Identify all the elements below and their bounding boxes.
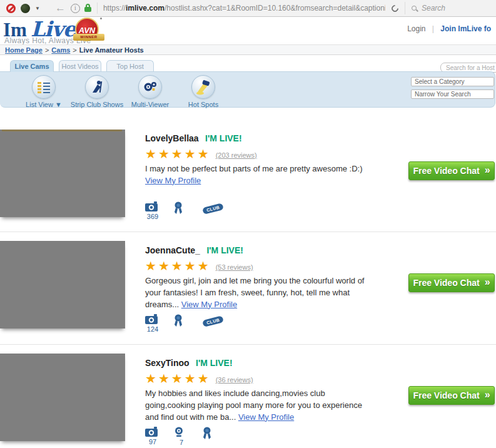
- live-status-label: I'M LIVE!: [206, 245, 243, 255]
- browser-window: ▼ ← i https://imlive.com/hostlist.ashx?c…: [0, 0, 496, 448]
- reviews-link[interactable]: (36 reviews): [216, 376, 253, 384]
- tab-top-host-arena[interactable]: Top Host Arena: [106, 60, 154, 72]
- category-select[interactable]: [411, 77, 494, 86]
- host-name[interactable]: JoennaCute_: [145, 245, 200, 255]
- hot-spots-button[interactable]: Hot Spots: [169, 75, 238, 108]
- site-header: ImLive.com Always Hot, Always Live AVN W…: [0, 17, 496, 44]
- https-lock-icon[interactable]: [84, 7, 91, 12]
- host-description: I may not be perfect but parts of me are…: [145, 163, 365, 187]
- award-ribbon-badge[interactable]: [174, 314, 189, 327]
- host-badges: 369 CLUB: [145, 201, 223, 220]
- breadcrumb-separator: >: [73, 46, 76, 54]
- video-count: 124: [145, 325, 160, 333]
- search-icon: [412, 6, 417, 11]
- video-count: 369: [145, 213, 160, 220]
- award-ribbon-badge[interactable]: [203, 427, 218, 440]
- extension-dropdown-caret[interactable]: ▼: [35, 6, 40, 11]
- account-separator: |: [432, 24, 434, 33]
- host-name[interactable]: LovelyBellaa: [145, 133, 199, 143]
- reviews-link[interactable]: (53 reviews): [216, 263, 253, 271]
- free-video-chat-button[interactable]: Free Video Chat »: [408, 386, 495, 405]
- host-description: My hobbies and likes include dancing,mov…: [145, 388, 365, 424]
- breadcrumb-home-link[interactable]: Home Page: [5, 46, 43, 54]
- host-thumbnail[interactable]: [0, 241, 125, 328]
- star-rating: ★★★★★: [145, 372, 211, 385]
- strip-club-shows-icon: [85, 75, 109, 99]
- club-badge-label: CLUB: [202, 203, 224, 215]
- host-card: LovelyBellaa I'M LIVE! ★★★★★ (203 review…: [145, 133, 370, 187]
- view-profile-link[interactable]: View My Profile: [238, 412, 294, 422]
- award-ribbon-badge[interactable]: [174, 201, 189, 215]
- breadcrumb-separator: >: [45, 46, 49, 54]
- avn-winner-badge: AVN WINNER: [75, 18, 103, 43]
- club-badge-label: CLUB: [202, 315, 224, 327]
- page-info-icon[interactable]: i: [71, 4, 80, 13]
- hot-spots-icon: [191, 75, 215, 99]
- host-badges: 124 CLUB: [145, 314, 223, 333]
- join-link[interactable]: Join ImLive fo: [440, 24, 491, 33]
- recorded-videos-badge[interactable]: 369: [145, 201, 160, 220]
- reviews-link[interactable]: (203 reviews): [216, 151, 257, 159]
- login-link[interactable]: Login: [407, 24, 425, 33]
- avn-badge-banner: WINNER: [73, 34, 104, 41]
- cta-label: Free Video Chat: [413, 390, 479, 400]
- browser-search-input[interactable]: [420, 3, 479, 13]
- webcam-count: 7: [174, 439, 189, 446]
- hot-spots-label: Hot Spots: [169, 101, 238, 108]
- recorded-videos-badge[interactable]: 97: [145, 427, 160, 445]
- live-status-label: I'M LIVE!: [205, 133, 242, 143]
- recorded-videos-badge[interactable]: 124: [145, 314, 160, 333]
- cta-label: Free Video Chat: [413, 278, 479, 288]
- tab-live-cams[interactable]: Live Cams: [10, 60, 54, 72]
- list-view-icon: [32, 75, 56, 99]
- url-path: /hostlist.ashx?cat=1&RoomID=10.160&froms…: [164, 4, 385, 13]
- chevron-right-icon: »: [485, 277, 490, 287]
- adblock-extension-icon[interactable]: [6, 4, 16, 13]
- browser-search-box[interactable]: [405, 2, 496, 14]
- host-description: Gorgeous girl, join and let me bring you…: [145, 275, 365, 311]
- club-badge[interactable]: CLUB: [203, 314, 223, 325]
- free-video-chat-button[interactable]: Free Video Chat »: [408, 161, 495, 180]
- view-profile-link[interactable]: View My Profile: [181, 300, 237, 309]
- club-badge[interactable]: CLUB: [203, 201, 223, 213]
- host-card: JoennaCute_ I'M LIVE! ★★★★★ (53 reviews)…: [145, 245, 370, 311]
- chevron-right-icon: »: [485, 390, 490, 400]
- browser-toolbar: ▼ ← i https://imlive.com/hostlist.ashx?c…: [0, 0, 496, 17]
- back-button[interactable]: ←: [55, 3, 66, 13]
- row-divider: [0, 344, 496, 345]
- address-bar[interactable]: https://imlive.com/hostlist.ashx?cat=1&R…: [97, 3, 385, 14]
- breadcrumb-current: Live Amateur Hosts: [79, 46, 144, 54]
- live-status-label: I'M LIVE!: [196, 358, 233, 368]
- view-toolbar: List View ▼ Strip Club Shows Multi-Vie: [0, 71, 495, 108]
- breadcrumb-cams-link[interactable]: Cams: [51, 46, 70, 54]
- tab-host-videos[interactable]: Host Videos: [59, 60, 101, 72]
- view-profile-link[interactable]: View My Profile: [145, 176, 201, 185]
- row-divider: [0, 232, 496, 232]
- host-name[interactable]: SexyTinoo: [145, 358, 190, 368]
- chevron-right-icon: »: [485, 165, 490, 175]
- narrow-search-input[interactable]: [411, 89, 494, 99]
- host-thumbnail[interactable]: [0, 354, 125, 441]
- host-badges: 97 7: [145, 427, 218, 446]
- url-prefix: https://: [103, 4, 126, 13]
- cta-label: Free Video Chat: [413, 166, 479, 176]
- star-rating: ★★★★★: [145, 148, 211, 160]
- webcam-shows-badge[interactable]: 7: [174, 427, 189, 446]
- multi-viewer-icon: [138, 75, 162, 99]
- host-thumbnail[interactable]: [0, 130, 125, 217]
- video-count: 97: [145, 438, 160, 445]
- reload-icon[interactable]: [390, 3, 400, 13]
- extension-icon[interactable]: [21, 4, 30, 13]
- host-card: SexyTinoo I'M LIVE! ★★★★★ (36 reviews) M…: [145, 357, 370, 424]
- free-video-chat-button[interactable]: Free Video Chat »: [408, 273, 495, 292]
- star-rating: ★★★★★: [145, 260, 211, 272]
- breadcrumb: Home Page > Cams > Live Amateur Hosts: [0, 44, 496, 55]
- url-host: imlive.com: [126, 4, 164, 13]
